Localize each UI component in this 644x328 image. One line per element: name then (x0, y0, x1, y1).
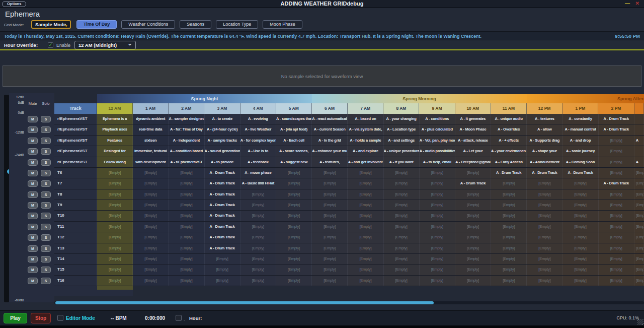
grid-cell[interactable]: [Empty] (562, 232, 598, 242)
grid-cell[interactable]: [Empty] (240, 243, 276, 253)
grid-cell[interactable]: A - sampler designed (169, 114, 204, 124)
grid-cell[interactable]: A - Creeptone@gmail... (455, 157, 491, 167)
grid-cell[interactable]: [Empty] (97, 265, 133, 275)
grid-cell[interactable]: A - Basic 808 HiHat (240, 178, 276, 188)
grid-cell[interactable]: [Empty] (169, 254, 204, 264)
grid-cell[interactable]: A - your envirmonent (491, 146, 527, 156)
grid-cell[interactable]: [Empty] (312, 276, 348, 286)
grid-cell[interactable]: [Empty] (491, 254, 527, 264)
grid-cell[interactable]: [Empty] (599, 200, 634, 210)
grid-cell[interactable]: A - Drum Track (205, 178, 240, 188)
grid-cell[interactable]: [Empty] (169, 222, 204, 232)
grid-cell[interactable]: real-time data (133, 124, 169, 135)
grid-cell[interactable]: [Empty] (562, 265, 598, 275)
grid-cell[interactable]: A - react automatically (312, 114, 348, 124)
grid-cell[interactable]: A - (24-hour cycle) (205, 124, 240, 135)
grid-cell[interactable]: [Empty] (562, 222, 598, 232)
grid-cell[interactable]: [Empty] (599, 189, 634, 200)
grid-cell[interactable]: A - manual control (562, 124, 598, 135)
grid-cell[interactable]: [Empty] (384, 178, 420, 188)
grid-cell[interactable]: A - Location type (384, 124, 420, 135)
grid-cell[interactable]: [Empty] (276, 243, 312, 253)
grid-cell[interactable]: [Empty] (240, 211, 276, 221)
solo-button[interactable]: S (41, 224, 51, 230)
grid-cell[interactable]: [Empty] (527, 189, 562, 200)
grid-cell[interactable]: [Empty] (599, 254, 634, 264)
master-fader-track[interactable] (4, 95, 9, 302)
grid-cell[interactable]: [Empty] (97, 276, 133, 286)
grid-cell[interactable]: [Empty] (527, 211, 562, 221)
grid-cell[interactable]: A - for complex layering (240, 136, 276, 146)
grid-cell[interactable]: A - current Season (312, 124, 348, 135)
grid-cell[interactable]: [Empty] (169, 168, 204, 178)
grid-cell[interactable]: [Empty] (348, 243, 383, 253)
solo-button[interactable]: S (41, 234, 51, 241)
grid-cell[interactable]: A - suggest new (276, 157, 312, 167)
grid-cell[interactable]: A - Each cell (276, 136, 312, 146)
grid-cell[interactable]: [Empty] (205, 265, 240, 275)
grid-cell[interactable]: [Empty] (97, 168, 133, 178)
track-label[interactable]: r/EphemeraVST (54, 124, 97, 135)
grid-cell[interactable]: [Empty] (599, 211, 634, 221)
track-label[interactable]: T14 (54, 254, 97, 264)
grid-cell[interactable]: [Empty] (455, 243, 491, 253)
grid-cell[interactable]: Follow along (97, 157, 133, 167)
grid-cell[interactable]: [Empty] (527, 254, 562, 264)
grid-cell[interactable]: A - Drum Track (205, 189, 240, 200)
grid-cell[interactable]: [Empty] (133, 211, 169, 221)
grid-cell[interactable]: [Empty] (491, 222, 527, 232)
grid-cell[interactable]: [Empty] (562, 254, 598, 264)
grid-cell[interactable]: A - unique procedural (384, 146, 420, 156)
track-label[interactable]: r/EphemeraVST (54, 136, 97, 146)
grid-cell[interactable]: A - moon phase (240, 168, 276, 178)
grid-cell[interactable]: [Empty] (420, 243, 455, 253)
grid-cell[interactable]: A - sonic journey (562, 146, 598, 156)
track-label[interactable]: T13 (54, 243, 97, 253)
grid-cell[interactable]: [Empty] (348, 254, 383, 264)
grid-cell[interactable]: [Empty] (348, 211, 383, 221)
horizontal-scrollbar[interactable] (54, 301, 644, 304)
grid-cell[interactable]: [Empty] (420, 276, 455, 286)
solo-button[interactable]: S (41, 148, 51, 155)
grid-cell[interactable]: [Empty] (276, 276, 312, 286)
grid-cell[interactable]: A - and get involved! (348, 157, 383, 167)
grid-cell[interactable]: [Empty] (527, 276, 562, 286)
grid-cell[interactable]: [Empty] (97, 243, 133, 253)
minimize-icon[interactable]: — (625, 1, 630, 6)
grid-cell[interactable]: A (634, 136, 644, 146)
grid-cell[interactable]: [Empty] (420, 200, 455, 210)
grid-cell[interactable]: A - Drum Track (527, 168, 562, 178)
tab-seasons[interactable]: Seasons (180, 20, 211, 29)
grid-cell[interactable]: [Empty] (133, 178, 169, 188)
grid-cell[interactable]: A - score scenes, (276, 146, 312, 156)
grid-cell[interactable]: [Empty] (634, 178, 644, 188)
grid-cell[interactable]: [Empty] (169, 211, 204, 221)
grid-cell[interactable]: A - feedback (240, 157, 276, 167)
grid-cell[interactable]: A - Drum Track (205, 243, 240, 253)
mute-button[interactable]: M (28, 256, 38, 263)
grid-cell[interactable]: A - Moon Phase (455, 124, 491, 135)
grid-cell[interactable]: A - sound generation (205, 146, 240, 156)
grid-cell[interactable]: [Empty] (133, 232, 169, 242)
grid-cell[interactable] (634, 146, 644, 156)
play-button[interactable]: Play (4, 313, 27, 323)
grid-cell[interactable]: A - conditions (420, 114, 455, 124)
grid-cell[interactable]: [Empty] (97, 211, 133, 221)
grid-cell[interactable]: [Empty] (420, 265, 455, 275)
grid-cell[interactable]: [Empty] (240, 200, 276, 210)
grid-cell[interactable]: [Empty] (240, 232, 276, 242)
grid-cell[interactable]: [Empty] (455, 168, 491, 178)
grid-cell[interactable]: [Empty] (133, 254, 169, 264)
grid-cell[interactable]: [Empty] (634, 211, 644, 221)
grid-cell[interactable]: [Empty] (455, 232, 491, 242)
grid-cell[interactable]: Desinged for (97, 146, 133, 156)
grid-cell[interactable]: [Empty] (348, 189, 383, 200)
grid-cell[interactable]: A - your changing (384, 114, 420, 124)
grid-cell[interactable]: [Empty] (491, 211, 527, 221)
grid-cell[interactable]: A - in the grid (312, 136, 348, 146)
solo-button[interactable]: S (41, 256, 51, 263)
grid-cell[interactable]: A - Drum Track (205, 222, 240, 232)
grid-cell[interactable]: [Empty] (527, 178, 562, 188)
grid-cell[interactable]: A - Vol, pan, play mode (420, 136, 455, 146)
grid-cell[interactable]: A - condition based (169, 146, 204, 156)
